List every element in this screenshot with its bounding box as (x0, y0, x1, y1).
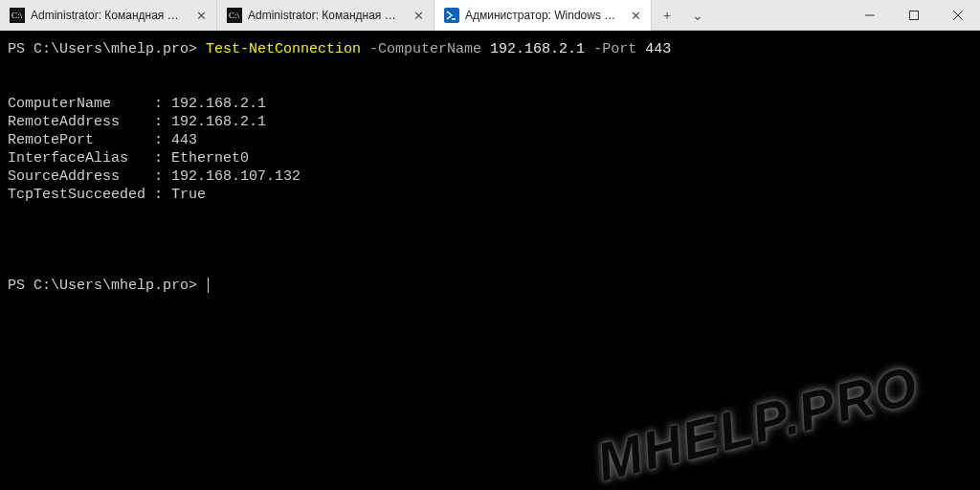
command-value: 192.168.2.1 (490, 41, 585, 57)
terminal-body[interactable]: PS C:\Users\mhelp.pro> Test-NetConnectio… (0, 31, 980, 490)
tab-actions: + ⌄ (652, 0, 713, 30)
titlebar-spacer (713, 0, 848, 30)
close-icon[interactable]: ✕ (628, 8, 643, 23)
cmd-icon: C:\ (10, 8, 25, 23)
svg-rect-7 (910, 11, 919, 20)
command-value: 443 (645, 41, 671, 57)
tab-label: Администратор: Windows Pow (465, 9, 618, 22)
close-icon[interactable]: ✕ (411, 8, 426, 23)
tab-powershell[interactable]: Администратор: Windows Pow ✕ (434, 0, 652, 31)
command-arg: -Port (585, 41, 645, 57)
minimize-icon (865, 11, 875, 20)
tab-label: Administrator: Командная стро (31, 9, 184, 22)
svg-text:C:\: C:\ (229, 11, 240, 20)
close-window-icon (953, 11, 963, 20)
cmd-icon: C:\ (227, 8, 242, 23)
tab-dropdown-button[interactable]: ⌄ (682, 0, 713, 31)
tab-strip: C:\ Administrator: Командная стро ✕ C:\ … (0, 0, 652, 30)
prompt-line-1: PS C:\Users\mhelp.pro> (8, 41, 206, 57)
text-cursor (208, 278, 209, 293)
titlebar: C:\ Administrator: Командная стро ✕ C:\ … (0, 0, 980, 31)
watermark-text: MHELP.PRO (596, 375, 920, 473)
tab-cmd-2[interactable]: C:\ Administrator: Командная стро ✕ (217, 0, 434, 31)
new-tab-button[interactable]: + (652, 0, 682, 31)
command-arg: -ComputerName (361, 41, 490, 57)
svg-text:C:\: C:\ (11, 11, 23, 20)
tab-cmd-1[interactable]: C:\ Administrator: Командная стро ✕ (0, 0, 217, 31)
tab-label: Administrator: Командная стро (248, 9, 401, 22)
prompt-line-2: PS C:\Users\mhelp.pro> (8, 278, 206, 294)
output-block: ComputerName : 192.168.2.1 RemoteAddress… (8, 58, 972, 258)
terminal-window: C:\ Administrator: Командная стро ✕ C:\ … (0, 0, 980, 490)
maximize-icon (909, 11, 919, 20)
powershell-icon (444, 8, 459, 23)
close-icon[interactable]: ✕ (193, 8, 209, 23)
minimize-button[interactable] (848, 0, 892, 31)
close-window-button[interactable] (936, 0, 980, 31)
command-name: Test-NetConnection (206, 41, 361, 57)
window-controls (848, 0, 980, 30)
maximize-button[interactable] (892, 0, 936, 31)
